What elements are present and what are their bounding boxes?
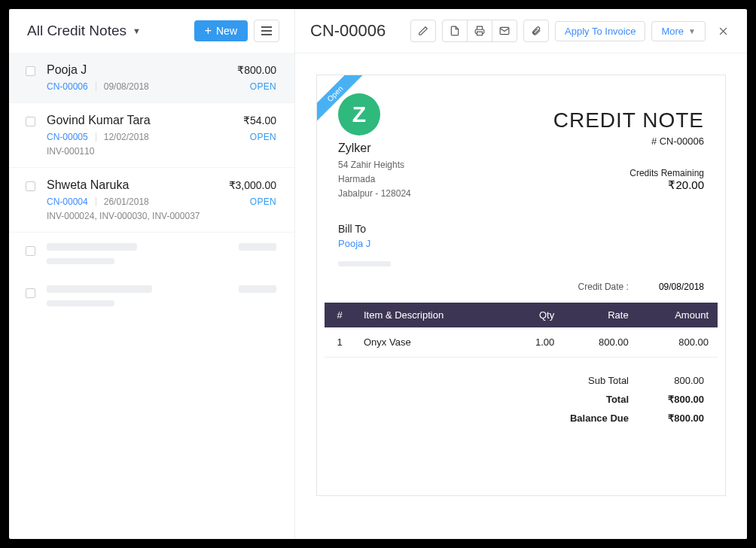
- from-block: Z Zylker 54 Zahir Heights Harmada Jabalp…: [338, 90, 553, 202]
- plus-icon: +: [205, 25, 212, 37]
- detail-panel: CN-00006 Apply To Invoice: [295, 9, 747, 539]
- list-item[interactable]: Pooja J ₹800.00 CN-00006 09/08/2018 OPEN: [9, 53, 294, 103]
- list-item-skeleton: [9, 233, 294, 275]
- edit-button[interactable]: [410, 20, 436, 42]
- new-button[interactable]: + New: [194, 20, 248, 41]
- th-index: #: [325, 303, 355, 327]
- credit-date-value: 09/08/2018: [659, 282, 704, 292]
- subtotal-label: Sub Total: [516, 375, 629, 386]
- items-table: # Item & Description Qty Rate Amount 1 O…: [325, 303, 718, 358]
- subtotal-value: 800.00: [629, 375, 704, 386]
- item-amount: ₹800.00: [237, 64, 276, 76]
- item-status: OPEN: [250, 81, 276, 92]
- item-id: CN-00005: [47, 132, 88, 142]
- address-line: Harmada: [338, 172, 553, 187]
- list-item[interactable]: Govind Kumar Tara ₹54.00 CN-00005 12/02/…: [9, 103, 294, 168]
- total-label: Total: [516, 394, 629, 405]
- caret-down-icon: ▼: [133, 26, 141, 35]
- caret-down-icon: ▼: [688, 27, 696, 35]
- credits-remaining-label: Credits Remaining: [553, 168, 704, 178]
- address-line: 54 Zahir Heights: [338, 158, 553, 172]
- item-amount: ₹54.00: [243, 114, 276, 126]
- th-qty: Qty: [506, 303, 563, 327]
- mail-button[interactable]: [492, 20, 517, 42]
- pencil-icon: [418, 26, 428, 36]
- cell-description: Onyx Vase: [355, 327, 506, 358]
- attach-button[interactable]: [523, 20, 549, 42]
- item-customer: Pooja J: [47, 63, 87, 77]
- company-name: Zylker: [338, 142, 553, 155]
- balance-value: ₹800.00: [629, 413, 704, 424]
- hamburger-icon: [261, 30, 272, 32]
- list-panel: All Credit Notes ▼ + New Pooja J ₹800.00: [9, 9, 295, 539]
- th-amount: Amount: [638, 303, 718, 327]
- document-number: # CN-00006: [553, 135, 704, 147]
- item-date: 26/01/2018: [104, 196, 149, 207]
- billto-label: Bill To: [338, 223, 704, 235]
- apply-to-invoice-button[interactable]: Apply To Invoice: [555, 21, 645, 41]
- close-icon: [718, 26, 729, 37]
- totals-block: Sub Total 800.00 Total ₹800.00 Balance D…: [317, 358, 725, 446]
- th-description: Item & Description: [355, 303, 506, 327]
- item-date: 12/02/2018: [104, 132, 149, 142]
- balance-label: Balance Due: [516, 413, 629, 424]
- filter-label: All Credit Notes: [27, 23, 127, 39]
- billto-customer-link[interactable]: Pooja J: [338, 238, 704, 249]
- cell-qty: 1.00: [506, 327, 563, 358]
- checkbox[interactable]: [26, 117, 35, 126]
- cell-amount: 800.00: [638, 327, 718, 358]
- item-id: CN-00006: [47, 81, 88, 92]
- more-label: More: [661, 26, 684, 37]
- pdf-button[interactable]: [442, 20, 468, 42]
- more-button[interactable]: More ▼: [651, 21, 706, 41]
- svg-rect-0: [477, 32, 483, 35]
- apply-label: Apply To Invoice: [565, 26, 636, 37]
- filter-dropdown[interactable]: All Credit Notes ▼: [27, 23, 141, 39]
- mail-icon: [499, 26, 510, 36]
- item-id: CN-00004: [47, 196, 88, 207]
- document-title: CREDIT NOTE: [553, 108, 704, 132]
- close-button[interactable]: [715, 23, 732, 40]
- total-value: ₹800.00: [629, 394, 704, 405]
- item-status: OPEN: [250, 196, 276, 207]
- status-ribbon: Open: [317, 75, 370, 128]
- list-header: All Credit Notes ▼ + New: [9, 9, 294, 53]
- detail-title: CN-00006: [310, 21, 386, 41]
- item-customer: Govind Kumar Tara: [47, 114, 151, 127]
- cell-rate: 800.00: [563, 327, 637, 358]
- print-button[interactable]: [467, 20, 492, 42]
- address-line: Jabalpur - 128024: [338, 187, 553, 201]
- list-item-skeleton: [9, 275, 294, 317]
- app-frame: All Credit Notes ▼ + New Pooja J ₹800.00: [9, 9, 747, 539]
- ribbon-text: Open: [317, 75, 366, 125]
- file-icon: [450, 26, 460, 36]
- item-amount: ₹3,000.00: [229, 179, 277, 191]
- item-invoices: INV-000024, INV-000030, INV-000037: [47, 211, 276, 221]
- cell-index: 1: [325, 327, 355, 358]
- document-area: Open Z Zylker 54 Zahir Heights Harmada J…: [295, 53, 747, 539]
- list-item[interactable]: Shweta Naruka ₹3,000.00 CN-00004 26/01/2…: [9, 168, 294, 233]
- paperclip-icon: [531, 26, 541, 36]
- detail-header: CN-00006 Apply To Invoice: [295, 9, 747, 53]
- th-rate: Rate: [563, 303, 637, 327]
- checkbox[interactable]: [26, 66, 35, 76]
- item-date: 09/08/2018: [104, 81, 149, 92]
- credit-note-document: Open Z Zylker 54 Zahir Heights Harmada J…: [316, 75, 726, 496]
- item-status: OPEN: [250, 132, 276, 142]
- item-invoices: INV-000110: [47, 146, 276, 157]
- checkbox[interactable]: [26, 181, 35, 191]
- credit-note-list: Pooja J ₹800.00 CN-00006 09/08/2018 OPEN…: [9, 53, 294, 539]
- title-block: CREDIT NOTE # CN-00006 Credits Remaining…: [553, 90, 704, 202]
- new-button-label: New: [216, 25, 237, 37]
- address-skeleton: [338, 261, 391, 266]
- credit-date-label: Credit Date :: [578, 282, 629, 292]
- item-customer: Shweta Naruka: [47, 178, 129, 192]
- printer-icon: [474, 26, 485, 36]
- list-menu-button[interactable]: [254, 20, 279, 42]
- credits-remaining-value: ₹20.00: [553, 178, 704, 192]
- table-row: 1 Onyx Vase 1.00 800.00 800.00: [325, 327, 718, 358]
